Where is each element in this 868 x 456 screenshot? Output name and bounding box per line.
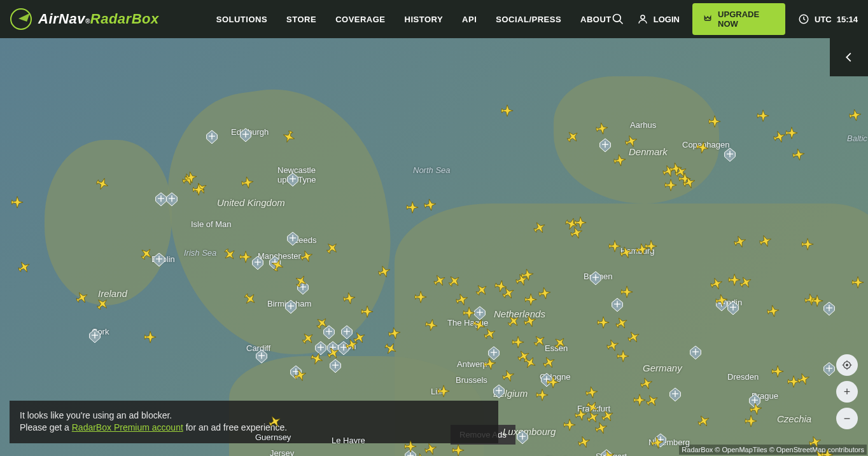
- aircraft-icon[interactable]: [664, 178, 678, 192]
- adblock-line1: It looks like you're using an ad blocker…: [20, 410, 488, 422]
- aircraft-icon[interactable]: [500, 104, 514, 118]
- airport-marker[interactable]: [589, 270, 602, 286]
- aircraft-icon[interactable]: [820, 448, 834, 456]
- aircraft-icon[interactable]: [771, 364, 785, 378]
- aircraft-icon[interactable]: [563, 418, 577, 432]
- upgrade-button[interactable]: UPGRADE NOW: [692, 3, 785, 35]
- attrib-radarbox[interactable]: RadarBox: [682, 446, 713, 453]
- aircraft-icon[interactable]: [620, 285, 634, 299]
- aircraft-icon[interactable]: [584, 384, 599, 400]
- aircraft-icon[interactable]: [594, 120, 610, 136]
- aircraft-icon[interactable]: [713, 292, 729, 308]
- utc-label: UTC: [815, 15, 832, 24]
- aircraft-icon[interactable]: [649, 434, 665, 450]
- aircraft-icon[interactable]: [360, 305, 374, 319]
- airport-marker[interactable]: [611, 297, 624, 312]
- attrib-omt[interactable]: OpenMapTiles: [722, 446, 767, 453]
- login-button[interactable]: LOGIN: [637, 13, 680, 25]
- nav-api[interactable]: API: [462, 15, 477, 24]
- airport-marker[interactable]: [823, 361, 836, 377]
- aircraft-icon[interactable]: [694, 139, 710, 155]
- airport-marker[interactable]: [823, 301, 836, 316]
- aircraft-icon[interactable]: [851, 275, 865, 289]
- aircraft-icon[interactable]: [422, 197, 438, 212]
- aircraft-icon[interactable]: [756, 109, 770, 123]
- aircraft-icon[interactable]: [519, 266, 535, 282]
- map-canvas[interactable]: Remove Ads It looks like you're using an…: [0, 38, 868, 456]
- aircraft-icon[interactable]: [511, 335, 525, 349]
- login-label: LOGIN: [654, 15, 680, 24]
- premium-link[interactable]: RadarBox Premium account: [72, 422, 183, 432]
- airport-marker[interactable]: [724, 147, 736, 162]
- airport-marker[interactable]: [165, 191, 178, 207]
- panel-collapse-button[interactable]: [830, 38, 868, 76]
- airport-marker[interactable]: [239, 127, 252, 142]
- aircraft-icon[interactable]: [810, 294, 824, 308]
- aircraft-icon[interactable]: [482, 356, 498, 371]
- aircraft-icon[interactable]: [801, 237, 815, 251]
- aircraft-icon[interactable]: [437, 384, 451, 398]
- airport-marker[interactable]: [206, 129, 218, 144]
- nav-store[interactable]: STORE: [286, 15, 316, 24]
- map-label: North Sea: [413, 165, 451, 175]
- airport-marker[interactable]: [88, 328, 101, 343]
- aircraft-icon[interactable]: [386, 325, 402, 341]
- aircraft-icon[interactable]: [451, 443, 465, 456]
- aircraft-icon[interactable]: [405, 200, 419, 214]
- airport-marker[interactable]: [689, 345, 702, 360]
- zoom-in-button[interactable]: +: [836, 381, 858, 403]
- nav-about[interactable]: ABOUT: [580, 15, 612, 24]
- logo[interactable]: AirNav®RadarBox: [10, 8, 159, 30]
- aircraft-icon[interactable]: [785, 126, 799, 140]
- nav-solutions[interactable]: SOLUTIONS: [216, 15, 267, 24]
- airport-marker[interactable]: [251, 255, 264, 270]
- nav-history[interactable]: HISTORY: [405, 15, 444, 24]
- aircraft-icon[interactable]: [524, 293, 538, 307]
- aircraft-icon[interactable]: [10, 195, 24, 209]
- aircraft-icon[interactable]: [573, 216, 587, 230]
- aircraft-icon[interactable]: [612, 152, 627, 168]
- search-icon[interactable]: [612, 13, 624, 25]
- radar-icon: [10, 8, 32, 30]
- aircraft-icon[interactable]: [403, 439, 417, 453]
- zoom-out-button[interactable]: −: [836, 408, 858, 429]
- airport-marker[interactable]: [286, 172, 299, 187]
- aircraft-icon[interactable]: [596, 315, 610, 329]
- airport-marker[interactable]: [284, 299, 297, 314]
- airport-marker[interactable]: [599, 137, 612, 153]
- map-label: Baltic: [847, 134, 867, 143]
- upgrade-label: UPGRADE NOW: [718, 10, 775, 29]
- aircraft-icon[interactable]: [644, 239, 658, 253]
- aircraft-icon[interactable]: [414, 290, 428, 304]
- aircraft-icon[interactable]: [616, 349, 630, 363]
- header-right: LOGIN UPGRADE NOW UTC 15:14: [612, 3, 858, 35]
- map-attribution: RadarBox © OpenMapTiles © OpenStreetMap …: [679, 445, 867, 455]
- nav-social[interactable]: SOCIAL/PRESS: [496, 15, 561, 24]
- nav-coverage[interactable]: COVERAGE: [335, 15, 385, 24]
- aircraft-icon[interactable]: [192, 183, 206, 197]
- aircraft-icon[interactable]: [536, 285, 552, 301]
- aircraft-icon[interactable]: [239, 174, 255, 190]
- airport-marker[interactable]: [493, 383, 505, 399]
- aircraft-icon[interactable]: [15, 258, 34, 277]
- aircraft-icon[interactable]: [423, 317, 439, 333]
- header-bar: AirNav®RadarBox SOLUTIONS STORE COVERAGE…: [0, 0, 868, 38]
- airport-marker[interactable]: [516, 429, 529, 445]
- airport-marker[interactable]: [669, 387, 682, 402]
- svg-point-2: [641, 15, 645, 19]
- aircraft-icon[interactable]: [765, 303, 781, 319]
- aircraft-icon[interactable]: [748, 401, 764, 417]
- aircraft-icon[interactable]: [535, 388, 549, 402]
- aircraft-icon[interactable]: [847, 107, 863, 123]
- aircraft-icon[interactable]: [708, 114, 722, 128]
- map-controls: + −: [836, 354, 858, 429]
- locate-button[interactable]: [836, 354, 858, 376]
- aircraft-icon[interactable]: [341, 290, 357, 306]
- utc-time: 15:14: [837, 15, 858, 24]
- aircraft-icon[interactable]: [143, 330, 157, 344]
- aircraft-icon[interactable]: [790, 146, 806, 162]
- airport-marker[interactable]: [255, 349, 268, 364]
- airport-marker[interactable]: [286, 231, 299, 246]
- aircraft-icon[interactable]: [546, 375, 560, 389]
- aircraft-icon[interactable]: [239, 250, 253, 264]
